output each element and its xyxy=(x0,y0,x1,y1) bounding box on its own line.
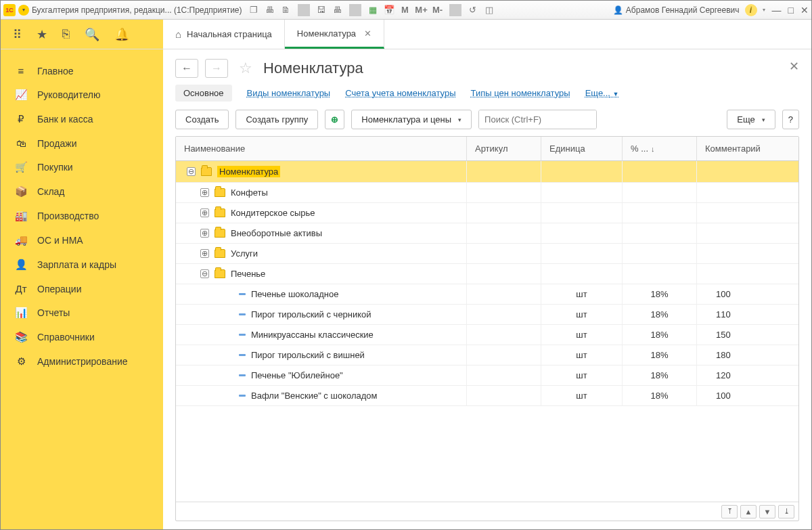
expand-icon[interactable]: ⊕ xyxy=(200,188,209,197)
tab-nomenclature[interactable]: Номенклатура ✕ xyxy=(285,20,384,49)
sidebar-item-1[interactable]: 📈Руководителю xyxy=(1,83,163,107)
more-actions-button[interactable]: Еще▾ xyxy=(727,110,775,129)
cell-article xyxy=(467,305,541,324)
apps-icon[interactable]: ⠿ xyxy=(13,27,22,42)
save-icon[interactable]: 🖫 xyxy=(315,4,328,16)
add-item-button[interactable]: ⊕ xyxy=(325,110,344,129)
sidebar-item-12[interactable]: ⚙Администрирование xyxy=(1,349,163,374)
table-row[interactable]: ⊕Внеоборотные активы xyxy=(176,223,798,244)
sidebar-item-4[interactable]: 🛒Покупки xyxy=(1,155,163,179)
cell-unit: шт xyxy=(541,366,623,385)
expand-icon[interactable]: ⊕ xyxy=(200,249,209,258)
info-icon[interactable]: i xyxy=(745,4,757,16)
table-row[interactable]: Печенье шоколадноешт18%100 xyxy=(176,284,798,305)
notifications-icon[interactable]: 🔔 xyxy=(114,27,129,42)
subnav-link-accounts[interactable]: Счета учета номенклатуры xyxy=(345,88,455,98)
subnav-main[interactable]: Основное xyxy=(175,85,232,102)
sidebar-icon: ≡ xyxy=(14,65,28,76)
sidebar-item-5[interactable]: 📦Склад xyxy=(1,179,163,204)
help-button[interactable]: ? xyxy=(782,110,799,129)
back-icon[interactable]: ↺ xyxy=(467,4,479,16)
table-row[interactable]: ⊕Конфеты xyxy=(176,183,798,203)
collapse-icon[interactable]: ⊖ xyxy=(200,269,209,278)
expand-icon[interactable]: ⊕ xyxy=(200,208,209,217)
row-label: Вафли "Венские" с шоколадом xyxy=(251,391,378,401)
minimize-button[interactable]: — xyxy=(772,5,782,16)
table-row[interactable]: Пирог тирольский с черникойшт18%110 xyxy=(176,305,798,325)
info-dropdown[interactable]: ▾ xyxy=(763,7,765,13)
sidebar-item-3[interactable]: 🛍Продажи xyxy=(1,131,163,155)
sidebar-item-9[interactable]: ДтОперации xyxy=(1,277,163,301)
cell-article xyxy=(467,244,541,263)
sidebar-item-10[interactable]: 📊Отчеты xyxy=(1,301,163,325)
cell-unit: шт xyxy=(541,386,623,405)
app-menu-dropdown[interactable]: ▾ xyxy=(18,5,29,16)
col-percent[interactable]: % ...↓ xyxy=(623,137,697,161)
favorite-star-icon[interactable]: ☆ xyxy=(239,60,252,77)
panel-icon[interactable]: ◫ xyxy=(483,4,495,16)
table-row[interactable]: Вафли "Венские" с шоколадомшт18%100 xyxy=(176,386,798,406)
memory-mplus-button[interactable]: M+ xyxy=(415,4,428,16)
table-row[interactable]: ⊖Номенклатура xyxy=(176,161,798,183)
table-row[interactable]: ⊕Кондитерское сырье xyxy=(176,203,798,223)
table-row[interactable]: ⊖Печенье xyxy=(176,264,798,284)
current-user[interactable]: 👤 Абрамов Геннадий Сергеевич xyxy=(613,5,740,15)
close-button[interactable]: ✕ xyxy=(800,5,809,16)
table-row[interactable]: Печенье "Юбилейное"шт18%120 xyxy=(176,366,798,386)
table-row[interactable]: ⊕Услуги xyxy=(176,244,798,264)
col-name[interactable]: Наименование xyxy=(176,137,467,161)
panel-close-icon[interactable]: ✕ xyxy=(789,59,799,74)
col-article[interactable]: Артикул xyxy=(467,137,541,161)
table-row[interactable]: Миникруассаны классическиешт18%150 xyxy=(176,325,798,345)
top-row: ⠿ ★ ⎘ 🔍 🔔 ⌂ Начальная страница Номенклат… xyxy=(1,20,811,49)
subnav-link-types[interactable]: Виды номенклатуры xyxy=(247,88,331,98)
sidebar-label: Главное xyxy=(37,66,74,76)
table-row[interactable]: Пирог тирольский с вишнейшт18%180 xyxy=(176,345,798,366)
subnav-more[interactable]: Еще... ▼ xyxy=(585,88,619,98)
sidebar-icon: 🛍 xyxy=(14,137,28,149)
scroll-top-button[interactable]: ⤒ xyxy=(721,505,738,518)
maximize-button[interactable]: □ xyxy=(788,5,794,16)
tab-close-icon[interactable]: ✕ xyxy=(364,28,371,39)
create-button[interactable]: Создать xyxy=(175,110,229,129)
subnav-link-price-types[interactable]: Типы цен номенклатуры xyxy=(471,88,570,98)
expand-icon[interactable]: ⊕ xyxy=(200,229,209,238)
row-label: Пирог тирольский с черникой xyxy=(251,309,371,319)
sidebar-item-8[interactable]: 👤Зарплата и кадры xyxy=(1,252,163,277)
scroll-bottom-button[interactable]: ⤓ xyxy=(778,505,794,518)
sidebar-item-6[interactable]: 🏭Производство xyxy=(1,204,163,228)
cell-percent xyxy=(623,223,697,243)
tab-home[interactable]: ⌂ Начальная страница xyxy=(163,20,285,49)
collapse-icon[interactable]: ⊖ xyxy=(187,167,196,176)
scroll-up-button[interactable]: ▲ xyxy=(740,505,757,518)
memory-m-button[interactable]: M xyxy=(399,4,411,16)
page-tabs: ⌂ Начальная страница Номенклатура ✕ xyxy=(163,20,811,49)
search-icon[interactable]: 🔍 xyxy=(85,27,99,42)
favorites-icon[interactable]: ★ xyxy=(37,27,47,42)
sidebar-item-7[interactable]: 🚚ОС и НМА xyxy=(1,228,163,252)
nav-forward-button[interactable]: → xyxy=(205,59,228,78)
print2-icon[interactable]: 🖶 xyxy=(332,4,344,16)
calculator-icon[interactable]: ▦ xyxy=(367,4,379,16)
sidebar-item-11[interactable]: 📚Справочники xyxy=(1,325,163,349)
cell-article xyxy=(467,325,541,345)
cell-comment xyxy=(697,203,798,223)
sidebar-item-0[interactable]: ≡Главное xyxy=(1,59,163,83)
print-icon[interactable]: 🖶 xyxy=(264,4,276,16)
new-window-icon[interactable]: ❐ xyxy=(248,4,260,16)
col-comment[interactable]: Комментарий xyxy=(697,137,798,161)
prices-dropdown-button[interactable]: Номенклатура и цены▾ xyxy=(351,110,472,129)
search-input[interactable] xyxy=(479,110,597,129)
nav-back-button[interactable]: ← xyxy=(175,59,198,78)
sidebar-icon: 📚 xyxy=(14,331,28,343)
create-group-button[interactable]: Создать группу xyxy=(235,110,318,129)
history-icon[interactable]: ⎘ xyxy=(62,27,70,41)
calendar-icon[interactable]: 📅 xyxy=(383,4,395,16)
document-icon[interactable]: 🗎 xyxy=(280,4,292,16)
scroll-down-button[interactable]: ▼ xyxy=(759,505,775,518)
memory-mminus-button[interactable]: M- xyxy=(432,4,444,16)
col-unit[interactable]: Единица xyxy=(541,137,623,161)
sidebar-item-2[interactable]: ₽Банк и касса xyxy=(1,107,163,131)
sidebar-label: Отчеты xyxy=(37,307,70,318)
sidebar-icon: ₽ xyxy=(14,113,28,125)
